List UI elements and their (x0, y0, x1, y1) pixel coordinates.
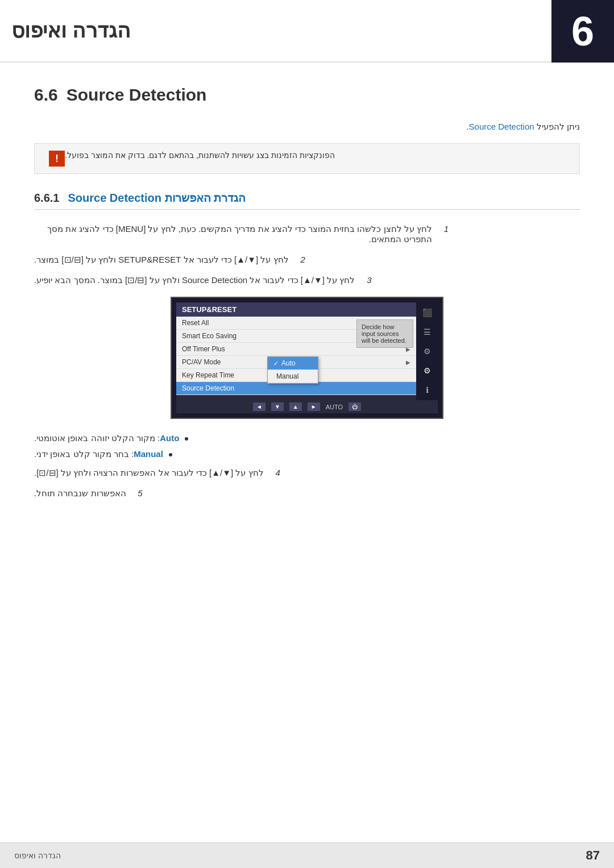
toolbar-auto-label: AUTO (326, 404, 343, 410)
footer-page-number: 87 (586, 848, 600, 863)
header: הגדרה ואיפוס 6 (0, 0, 614, 63)
footer: 87 הגדרה ואיפוס (0, 842, 614, 868)
menu-item-reset-label: Reset All (182, 319, 209, 327)
bullet-dot-manual (169, 453, 172, 456)
subsection-number: 6.6.1 (34, 192, 59, 205)
bullet-manual-desc: : בחר מקור קלט באופן ידני. (34, 449, 134, 459)
step-text-5: האפשרות שנבחרה תוחל. (34, 488, 126, 499)
menu-item-keyrepeat-label: Key Repeat Time (182, 371, 234, 379)
section-title: Source Detection (67, 85, 207, 105)
submenu-popup: ✓ Auto Manual (267, 356, 318, 384)
menu-header: SETUP&RESET (176, 302, 416, 317)
footer-chapter-text: הגדרה ואיפוס (14, 851, 61, 860)
submenu-manual-label: Manual (276, 372, 298, 380)
submenu-item-manual: Manual (268, 370, 318, 383)
warning-icon: ! (49, 151, 65, 167)
menu-item-source-detection: Source Detection (176, 382, 416, 395)
chapter-title: הגדרה ואיפוס (11, 19, 131, 43)
steps-list-4: 4 לחץ על [▼/▲] כדי לעבור אל האפשרות הרצו… (34, 468, 580, 499)
bullet-item-manual: Manual: בחר מקור קלט באופן ידני. (34, 449, 580, 459)
step-number-2: 2 (297, 255, 309, 264)
menu-item-source-label: Source Detection (182, 384, 234, 392)
step-item-5: 5 האפשרות שנבחרה תוחל. (34, 488, 580, 499)
bullet-item-auto: Auto: מקור הקלט יזוהה באופן אוטומטי. (34, 433, 580, 443)
subsection-title: הגדרת האפשרות Source Detection (68, 191, 246, 205)
menu-content-area: SETUP&RESET Reset All Smart Eco Saving O… (176, 302, 416, 400)
check-icon-auto: ✓ (273, 360, 279, 367)
step-text-2: לחץ על [▼/▲] כדי לעבור אל SETUP&RESET ול… (34, 255, 289, 265)
menu-item-pcav-label: PC/AV Mode (182, 358, 221, 366)
chapter-number-box: 6 (551, 0, 614, 63)
screen-image: ⬛ ☰ ⚙ ⚙ ℹ SETUP&RESET Reset All Smart Ec… (171, 297, 443, 419)
step-number-4: 4 (272, 468, 284, 477)
chapter-number: 6 (571, 11, 594, 52)
sidebar-icon-monitor: ⬛ (420, 305, 434, 320)
section-number: 6.6 (34, 85, 58, 105)
sidebar-icon-settings-active: ⚙ (420, 363, 434, 378)
arrow-icon-pcav: ▶ (406, 359, 410, 366)
enable-note-before: ניתן להפעיל (534, 122, 580, 131)
bullet-text-auto: Auto: מקור הקלט יזוהה באופן אוטומטי. (34, 433, 179, 443)
bullet-dot-auto (185, 437, 188, 441)
step-text-1: לחץ על לחצן כלשהו בחזית המוצר כדי להציג … (34, 224, 432, 244)
tooltip-box: Decide how input sources will be detecte… (356, 319, 413, 348)
step-number-3: 3 (363, 275, 375, 285)
submenu-item-auto: ✓ Auto (268, 357, 318, 370)
warning-box: הפונקציות הזמינות בצג עשויות להשתנות, בה… (34, 143, 580, 174)
step-number-1: 1 (441, 224, 452, 234)
menu-item-eco-label: Smart Eco Saving (182, 332, 237, 340)
step-number-5: 5 (135, 488, 146, 498)
toolbar-btn-power[interactable]: ⏻ (349, 402, 361, 411)
toolbar-btn-up[interactable]: ▲ (289, 402, 302, 411)
submenu-auto-label: Auto (281, 359, 296, 367)
bullet-auto-label: Auto (160, 433, 179, 443)
sidebar-icon-gear: ⚙ (420, 344, 434, 359)
toolbar-btn-right[interactable]: ► (308, 402, 320, 411)
enable-note-highlight: Source Detection (469, 122, 534, 131)
section-title-row: Source Detection 6.6 (34, 85, 580, 105)
sidebar-icon-menu: ☰ (420, 325, 434, 339)
bullet-list: Auto: מקור הקלט יזוהה באופן אוטומטי. Man… (34, 433, 580, 459)
subsection-title-row: הגדרת האפשרות Source Detection 6.6.1 (34, 191, 580, 210)
main-content: Source Detection 6.6 ניתן להפעיל Source … (0, 63, 614, 554)
toolbar-btn-down[interactable]: ▼ (271, 402, 284, 411)
menu-item-timer-label: Off Timer Plus (182, 345, 225, 353)
bottom-toolbar: ◄ ▼ ▲ ► AUTO ⏻ (176, 400, 438, 413)
warning-text: הפונקציות הזמינות בצג עשויות להשתנות, בה… (65, 151, 335, 160)
step-item-3: 3 לחץ על [▼/▲] כדי לעבור אל Source Detec… (34, 275, 580, 285)
menu-panel: ⬛ ☰ ⚙ ⚙ ℹ SETUP&RESET Reset All Smart Ec… (176, 302, 438, 400)
bullet-auto-desc: : מקור הקלט יזוהה באופן אוטומטי. (34, 433, 160, 443)
step-item-1: 1 לחץ על לחצן כלשהו בחזית המוצר כדי להצי… (34, 224, 580, 244)
warning-icon-symbol: ! (55, 153, 59, 165)
sidebar-icons: ⬛ ☰ ⚙ ⚙ ℹ (416, 302, 438, 400)
bullet-manual-label: Manual (134, 449, 163, 459)
screen-container: ⬛ ☰ ⚙ ⚙ ℹ SETUP&RESET Reset All Smart Ec… (34, 297, 580, 419)
enable-note: ניתן להפעיל Source Detection. (34, 122, 580, 132)
step-item-4: 4 לחץ על [▼/▲] כדי לעבור אל האפשרות הרצו… (34, 468, 580, 478)
toolbar-btn-left[interactable]: ◄ (253, 402, 265, 411)
step-item-2: 2 לחץ על [▼/▲] כדי לעבור אל SETUP&RESET … (34, 255, 580, 265)
steps-list: 1 לחץ על לחצן כלשהו בחזית המוצר כדי להצי… (34, 224, 580, 285)
step-text-4: לחץ על [▼/▲] כדי לעבור אל האפשרות הרצויה… (34, 468, 264, 478)
bullet-text-manual: Manual: בחר מקור קלט באופן ידני. (34, 449, 163, 459)
step-text-3: לחץ על [▼/▲] כדי לעבור אל Source Detecti… (34, 275, 355, 285)
sidebar-icon-info: ℹ (420, 383, 434, 397)
